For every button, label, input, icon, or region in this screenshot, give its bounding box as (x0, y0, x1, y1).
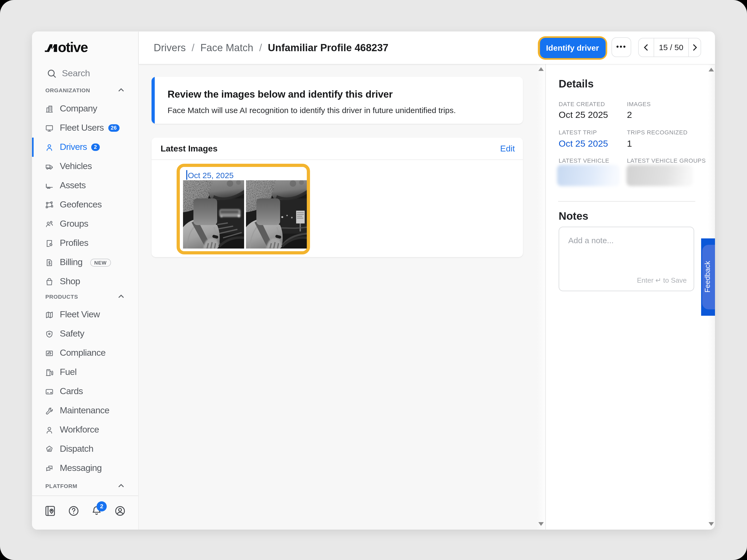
svg-text:otive: otive (58, 41, 88, 54)
